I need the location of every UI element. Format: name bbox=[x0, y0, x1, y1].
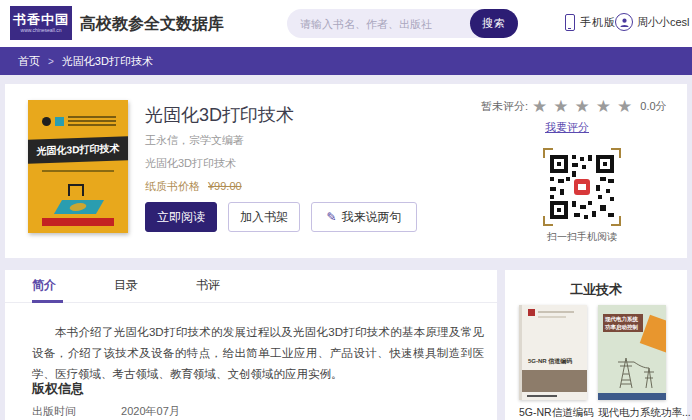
rating-row: 暂未评分: ★ ★ ★ ★ ★ 0.0分 bbox=[481, 98, 667, 115]
book-author: 王永信，宗学文编著 bbox=[145, 133, 244, 148]
qr-caption: 扫一扫手机阅读 bbox=[543, 230, 621, 244]
breadcrumb-current: 光固化3D打印技术 bbox=[62, 54, 153, 69]
tower-illustration bbox=[606, 354, 658, 388]
cover-author-line bbox=[42, 170, 114, 172]
user-account[interactable]: 周小小cesl bbox=[615, 13, 690, 31]
category-heading: 工业技术 bbox=[505, 281, 687, 299]
publish-label: 出版时间 bbox=[32, 405, 76, 417]
rating-label: 暂未评分: bbox=[481, 99, 528, 114]
related-book-cover: 5G-NR 信道编码 bbox=[519, 305, 587, 400]
qr-code bbox=[543, 148, 621, 226]
add-to-shelf-button[interactable]: 加入书架 bbox=[228, 202, 300, 232]
book-title: 光固化3D打印技术 bbox=[145, 103, 294, 127]
related-book-caption[interactable]: 5G-NR信道编码 bbox=[519, 406, 587, 420]
pencil-icon: ✎ bbox=[326, 210, 336, 224]
breadcrumb-separator: > bbox=[48, 56, 54, 67]
site-title: 高校教参全文数据库 bbox=[80, 14, 224, 35]
search-input[interactable] bbox=[287, 18, 470, 30]
logo-subtitle: www.chineseall.cn bbox=[21, 27, 62, 34]
tab-reviews[interactable]: 书评 bbox=[196, 270, 251, 303]
breadcrumb-home[interactable]: 首页 bbox=[18, 54, 40, 69]
qr-code-image bbox=[548, 153, 616, 221]
avatar bbox=[615, 13, 633, 31]
publish-value: 2020年07月 bbox=[121, 405, 180, 417]
rating-score: 0.0分 bbox=[640, 99, 666, 114]
publish-row: 出版时间 2020年07月 bbox=[32, 404, 180, 419]
star-icon[interactable]: ★ bbox=[575, 98, 592, 115]
search-bar: 搜索 bbox=[287, 9, 518, 38]
price-label: 纸质书价格 bbox=[145, 180, 200, 192]
site-logo[interactable]: 书香中国 www.chineseall.cn bbox=[10, 6, 72, 40]
search-button[interactable]: 搜索 bbox=[470, 9, 518, 38]
username: 周小小cesl bbox=[637, 15, 690, 30]
logo-title: 书香中国 bbox=[13, 12, 69, 27]
page: 书香中国 www.chineseall.cn 高校教参全文数据库 搜索 手机版 … bbox=[0, 0, 692, 420]
read-now-button[interactable]: 立即阅读 bbox=[145, 202, 217, 232]
mobile-version-label: 手机版 bbox=[580, 15, 616, 30]
action-buttons: 立即阅读 加入书架 ✎ 我来说两句 bbox=[145, 202, 417, 232]
book-cover[interactable]: 光固化3D打印技术 bbox=[28, 100, 128, 233]
intro-card: 简介 目录 书评 本书介绍了光固化3D打印技术的发展过程以及光固化3D打印技术的… bbox=[5, 270, 497, 420]
header: 书香中国 www.chineseall.cn 高校教参全文数据库 搜索 手机版 … bbox=[0, 0, 692, 47]
price-value: ¥99.00 bbox=[208, 180, 242, 192]
tab-bar: 简介 目录 书评 bbox=[5, 270, 497, 303]
star-icon[interactable]: ★ bbox=[553, 98, 570, 115]
user-icon bbox=[619, 17, 630, 28]
related-book-5g[interactable]: 5G-NR 信道编码 5G-NR信道编码 bbox=[519, 305, 587, 420]
phone-icon bbox=[565, 14, 575, 31]
related-books-card: 工业技术 5G-NR 信道编码 5G-NR信道编码 现代电力系统功率启动控制 bbox=[505, 270, 687, 420]
tab-contents[interactable]: 目录 bbox=[114, 270, 169, 303]
mobile-version-link[interactable]: 手机版 bbox=[565, 14, 616, 31]
book-series: 光固化3D打印技术 bbox=[145, 156, 236, 171]
star-icon[interactable]: ★ bbox=[617, 98, 634, 115]
comment-button[interactable]: ✎ 我来说两句 bbox=[311, 202, 417, 232]
rate-link[interactable]: 我要评分 bbox=[545, 120, 589, 135]
cover-title-band: 光固化3D打印技术 bbox=[28, 136, 128, 163]
related-book-cover: 现代电力系统功率启动控制 bbox=[598, 305, 666, 400]
copyright-heading: 版权信息 bbox=[32, 380, 84, 398]
related-book-power[interactable]: 现代电力系统功率启动控制 现代电力系统功率... bbox=[598, 305, 666, 420]
star-icon[interactable]: ★ bbox=[532, 98, 549, 115]
printer-tray-illustration bbox=[54, 200, 104, 214]
related-books: 5G-NR 信道编码 5G-NR信道编码 现代电力系统功率启动控制 bbox=[519, 305, 666, 420]
printer-illustration bbox=[68, 184, 84, 196]
breadcrumb: 首页 > 光固化3D打印技术 bbox=[0, 47, 692, 75]
related-book-caption[interactable]: 现代电力系统功率... bbox=[598, 406, 666, 420]
cover-series-logos bbox=[42, 116, 116, 126]
price-row: 纸质书价格¥99.00 bbox=[145, 179, 242, 194]
intro-paragraph: 本书介绍了光固化3D打印技术的发展过程以及光固化3D打印技术的基本原理及常见设备… bbox=[32, 322, 484, 385]
book-detail-card: 光固化3D打印技术 光固化3D打印技术 王永信，宗学文编著 光固化3D打印技术 … bbox=[5, 84, 687, 258]
tab-intro[interactable]: 简介 bbox=[32, 270, 87, 303]
star-icon[interactable]: ★ bbox=[596, 98, 613, 115]
publisher-logo bbox=[42, 218, 114, 226]
